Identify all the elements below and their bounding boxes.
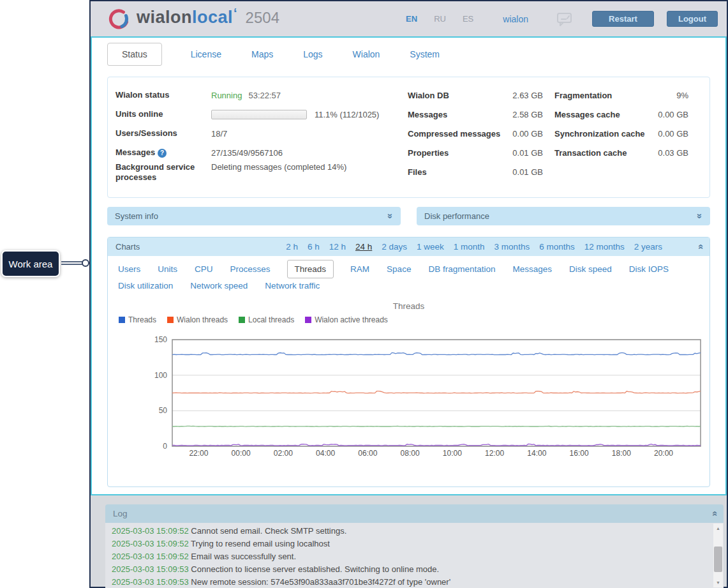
- db-metric-label: Compressed messages: [408, 129, 500, 139]
- messages-value: 27/135/49/9567106: [211, 148, 283, 158]
- main-tab[interactable]: Maps: [250, 43, 274, 65]
- log-panel: Log » 2025-03-03 15:09:52 Cannot send em…: [105, 504, 724, 588]
- db-metric-row: Messages 2.58 GB: [408, 105, 543, 124]
- header-right: ENRUES wialon Restart Logout: [406, 11, 718, 27]
- main-tab[interactable]: Logs: [302, 43, 323, 65]
- svg-text:16:00: 16:00: [570, 449, 589, 458]
- log-entry: 2025-03-03 15:09:52 Cannot send email. C…: [112, 525, 708, 538]
- chart-type-tab[interactable]: Disk utilization: [118, 280, 173, 291]
- messages-help-icon[interactable]: ?: [158, 149, 167, 158]
- svg-text:08:00: 08:00: [401, 449, 420, 458]
- db-metric-value: 0.01 GB: [512, 167, 543, 177]
- brand-swoosh: ʻ: [234, 6, 237, 20]
- language-option[interactable]: ES: [463, 14, 473, 24]
- main-tab[interactable]: Status: [107, 43, 162, 66]
- svg-text:12:00: 12:00: [485, 449, 504, 458]
- main-tab[interactable]: Wialon: [352, 43, 382, 65]
- svg-text:18:00: 18:00: [612, 449, 631, 458]
- users-sessions-label: Users/Sessions: [115, 128, 211, 139]
- time-range-option[interactable]: 12 h: [329, 242, 346, 252]
- time-range-option[interactable]: 3 months: [494, 242, 530, 252]
- main-tab[interactable]: System: [408, 43, 441, 65]
- work-area: StatusLicenseMapsLogsWialonSystem Wialon…: [91, 36, 727, 495]
- cache-metric-row: Transaction cache 0.03 GB: [554, 143, 688, 162]
- background-processes-label: Background service processes: [115, 162, 211, 183]
- charts-panel-header: Charts 2 h6 h12 h24 h2 days1 week1 month…: [108, 237, 709, 256]
- chart-type-tab[interactable]: Network speed: [190, 280, 248, 291]
- legend-item: Wialon threads: [167, 315, 228, 324]
- cache-metric-label: Messages cache: [554, 110, 620, 119]
- log-entry: 2025-03-03 15:09:53 New remote session: …: [112, 576, 708, 588]
- language-option[interactable]: EN: [406, 14, 417, 24]
- db-metric-label: Wialon DB: [408, 91, 449, 100]
- restart-button[interactable]: Restart: [592, 11, 654, 27]
- log-panel-header[interactable]: Log »: [105, 504, 724, 523]
- db-metric-label: Properties: [408, 148, 449, 158]
- charts-panel: Charts 2 h6 h12 h24 h2 days1 week1 month…: [107, 237, 710, 487]
- chart-type-tab[interactable]: RAM: [350, 264, 369, 275]
- svg-text:10:00: 10:00: [443, 449, 462, 458]
- version-number: 2504: [246, 9, 279, 27]
- time-range-option[interactable]: 1 week: [417, 242, 444, 252]
- collapse-chevron-icon[interactable]: »: [694, 244, 704, 249]
- log-entries: 2025-03-03 15:09:52 Cannot send email. C…: [112, 525, 708, 588]
- log-timestamp: 2025-03-03 15:09:53: [112, 577, 189, 587]
- time-range-option[interactable]: 6 h: [308, 242, 320, 252]
- collapse-chevron-icon[interactable]: »: [708, 511, 718, 516]
- expand-chevron-icon[interactable]: »: [385, 213, 395, 218]
- time-range-option[interactable]: 2 days: [382, 242, 407, 252]
- chart-title: Threads: [108, 301, 709, 311]
- svg-text:22:00: 22:00: [189, 449, 208, 458]
- units-online-label: Units online: [115, 109, 211, 119]
- time-range-option[interactable]: 6 months: [539, 242, 575, 252]
- time-range-option[interactable]: 24 h: [355, 242, 372, 252]
- chart-type-tab[interactable]: CPU: [195, 264, 213, 275]
- chart-type-tab[interactable]: Users: [118, 264, 140, 275]
- charts-panel-title: Charts: [115, 242, 140, 252]
- system-info-bar[interactable]: System info »: [107, 207, 401, 225]
- cache-metric-label: Transaction cache: [554, 148, 627, 158]
- chart-type-tab[interactable]: Messages: [512, 264, 552, 275]
- svg-text:20:00: 20:00: [654, 449, 673, 458]
- chart-type-tab[interactable]: Disk IOPS: [629, 264, 669, 275]
- legend-item: Wialon active threads: [305, 315, 388, 324]
- chart-type-tab[interactable]: Space: [387, 264, 411, 275]
- main-tab[interactable]: License: [189, 43, 223, 65]
- chart-type-tab[interactable]: Threads: [287, 260, 334, 278]
- log-scrollbar[interactable]: ▲ ▼: [713, 524, 723, 587]
- messages-row: Messages? 27/135/49/9567106: [115, 143, 403, 162]
- expand-chevron-icon[interactable]: »: [695, 213, 704, 218]
- users-sessions-value: 18/7: [211, 129, 227, 139]
- chart-type-tab[interactable]: Processes: [230, 264, 271, 275]
- scrollbar-thumb[interactable]: [714, 547, 722, 572]
- db-metric-row: Files 0.01 GB: [408, 162, 543, 181]
- units-online-value: 11.1% (112/1025): [315, 110, 379, 119]
- page: Work area wialonlocalʻ 2504 ENRUES wialo…: [0, 0, 728, 588]
- chart-type-tab[interactable]: Network traffic: [265, 280, 320, 291]
- main-tabs: StatusLicenseMapsLogsWialonSystem: [92, 38, 725, 66]
- db-metric-label: Messages: [408, 110, 447, 119]
- log-message: Cannot send email. Check SMTP settings.: [191, 526, 346, 536]
- time-range-option[interactable]: 2 years: [634, 242, 662, 252]
- svg-text:02:00: 02:00: [274, 449, 293, 458]
- time-range-option[interactable]: 12 months: [584, 242, 625, 252]
- language-option[interactable]: RU: [434, 14, 446, 24]
- log-message: New remote session: 574e53f90a833aa3f701…: [191, 577, 450, 587]
- db-metric-row: Properties 0.01 GB: [408, 143, 543, 162]
- chart-type-tab[interactable]: Disk speed: [569, 264, 612, 275]
- legend-swatch: [305, 317, 311, 323]
- chart-legend: Threads Wialon threads Local threads: [119, 315, 709, 324]
- disk-performance-bar[interactable]: Disk performance »: [417, 207, 710, 225]
- svg-text:0: 0: [163, 442, 167, 451]
- logout-button[interactable]: Logout: [667, 11, 718, 27]
- cache-metric-value: 0.00 GB: [658, 110, 688, 119]
- current-user-link[interactable]: wialon: [503, 14, 528, 24]
- scrollbar-down-arrow[interactable]: ▼: [713, 578, 723, 587]
- scrollbar-up-arrow[interactable]: ▲: [713, 524, 723, 533]
- time-range-option[interactable]: 2 h: [286, 242, 298, 252]
- time-range-option[interactable]: 1 month: [454, 242, 485, 252]
- chart-type-tab[interactable]: Units: [158, 264, 177, 275]
- chart-type-tab[interactable]: DB fragmentation: [428, 264, 495, 275]
- svg-text:06:00: 06:00: [358, 449, 377, 458]
- chat-feedback-icon[interactable]: [556, 11, 573, 27]
